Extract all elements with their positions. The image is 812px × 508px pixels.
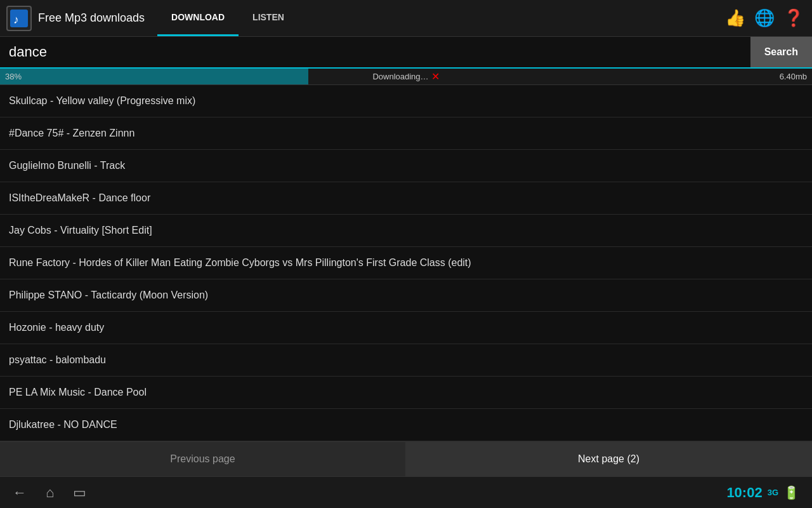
topbar-icons: 👍 🌐 ❓ (723, 6, 806, 30)
song-item[interactable]: Skullcap - Yellow valley (Progressive mi… (0, 85, 812, 117)
downloading-label: Downloading… (372, 72, 428, 81)
recents-button[interactable]: ▭ (73, 485, 86, 501)
progress-size: 6.40mb (780, 72, 807, 81)
progress-fill (0, 69, 308, 84)
help-icon[interactable]: ❓ (782, 6, 806, 30)
back-button[interactable]: ← (13, 485, 27, 501)
system-right: 10:02 3G 🔋 (726, 485, 799, 501)
progress-percent: 38% (0, 72, 22, 81)
prev-page-button[interactable]: Previous page (0, 442, 406, 476)
song-list: Skullcap - Yellow valley (Progressive mi… (0, 85, 812, 441)
app-logo: ♪ (6, 6, 32, 31)
thumbs-up-icon[interactable]: 👍 (723, 6, 747, 30)
search-button[interactable]: Search (750, 37, 812, 67)
app-title: Free Mp3 downloads (38, 11, 145, 25)
song-item[interactable]: #Dance 75# - Zenzen Zinnn (0, 117, 812, 150)
progress-bar: 38% Downloading… ✕ 6.40mb (0, 69, 812, 85)
battery-icon: 🔋 (783, 485, 799, 500)
song-item[interactable]: ISItheDreaMakeR - Dance floor (0, 182, 812, 215)
song-item[interactable]: Guglielmo Brunelli - Track (0, 150, 812, 182)
signal-icon: 3G (768, 488, 778, 497)
search-input[interactable] (0, 37, 750, 67)
progress-cancel-icon[interactable]: ✕ (431, 70, 440, 83)
system-bar: ← ⌂ ▭ 10:02 3G 🔋 (0, 476, 812, 508)
system-nav: ← ⌂ ▭ (13, 485, 86, 501)
search-bar: Search (0, 37, 812, 69)
svg-text:♪: ♪ (13, 13, 19, 26)
song-item[interactable]: PE LA Mix Music - Dance Pool (0, 377, 812, 409)
pagination: Previous page Next page (2) (0, 441, 812, 476)
song-item[interactable]: Rune Factory - Hordes of Killer Man Eati… (0, 247, 812, 279)
tab-download[interactable]: DOWNLOAD (157, 0, 239, 36)
song-item[interactable]: Philippe STANO - Tacticardy (Moon Versio… (0, 279, 812, 312)
tab-listen[interactable]: LISTEN (239, 0, 298, 36)
globe-icon[interactable]: 🌐 (752, 6, 776, 30)
home-button[interactable]: ⌂ (46, 485, 54, 501)
song-item[interactable]: Jay Cobs - Virtuality [Short Edit] (0, 215, 812, 247)
song-item[interactable]: psyattac - balombadu (0, 344, 812, 377)
clock: 10:02 (726, 485, 762, 501)
main-content: Search 38% Downloading… ✕ 6.40mb Skullca… (0, 37, 812, 476)
nav-tabs: DOWNLOAD LISTEN (157, 0, 298, 36)
topbar: ♪ Free Mp3 downloads DOWNLOAD LISTEN 👍 🌐… (0, 0, 812, 37)
song-item[interactable]: Djlukatree - NO DANCE (0, 409, 812, 441)
song-item[interactable]: Hozonie - heavy duty (0, 312, 812, 344)
progress-status: Downloading… ✕ (372, 70, 439, 83)
next-page-button[interactable]: Next page (2) (406, 442, 812, 476)
